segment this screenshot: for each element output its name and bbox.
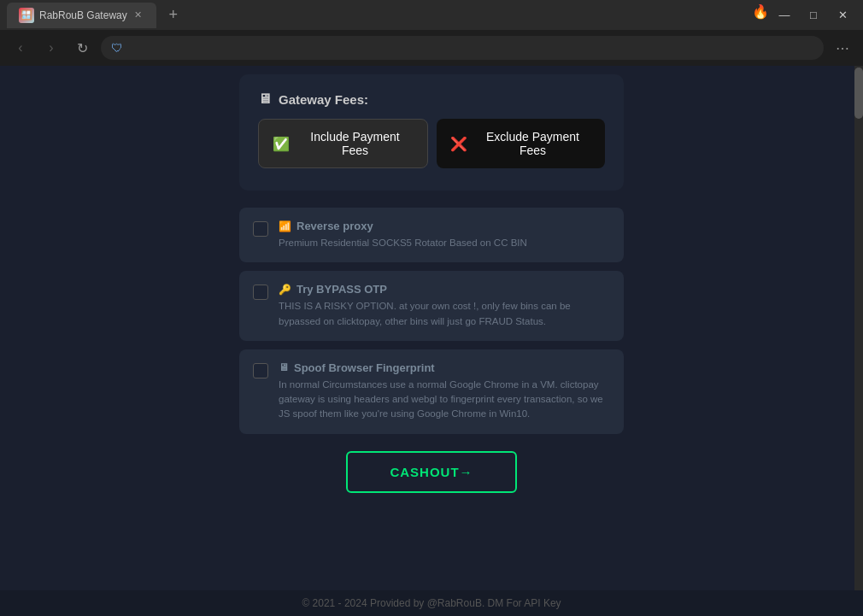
spoof-fingerprint-icon: 🖥 <box>279 361 289 373</box>
tab-close-button[interactable]: ✕ <box>132 9 144 21</box>
maximize-button[interactable]: □ <box>800 3 827 27</box>
exclude-icon: ❌ <box>450 136 467 152</box>
reverse-proxy-icon: 📶 <box>279 220 291 232</box>
close-button[interactable]: ✕ <box>829 3 856 27</box>
reverse-proxy-option: 📶 Reverse proxy Premium Residential SOCK… <box>239 208 624 262</box>
main-content: 🖥 Gateway Fees: ✅ Include Payment Fees ❌… <box>0 66 863 590</box>
cashout-button[interactable]: CASHOUT→ <box>346 451 517 493</box>
spoof-fingerprint-title: 🖥 Spoof Browser Fingerprint <box>279 361 610 374</box>
reverse-proxy-title: 📶 Reverse proxy <box>279 220 610 232</box>
tab-title: RabRouB Gateway <box>39 9 127 21</box>
reverse-proxy-checkbox[interactable] <box>253 221 268 237</box>
nav-back-button[interactable]: ‹ <box>9 36 32 60</box>
spoof-fingerprint-content: 🖥 Spoof Browser Fingerprint In normal Ci… <box>279 361 610 422</box>
nav-forward-button[interactable]: › <box>39 36 63 60</box>
browser-favicon: 🪟 <box>19 8 34 23</box>
gateway-fees-label: Gateway Fees: <box>279 92 368 107</box>
browser-titlebar: 🪟 RabRouB Gateway ✕ + 🔥 — □ ✕ <box>0 0 863 30</box>
section-title: 🖥 Gateway Fees: <box>258 91 605 107</box>
include-payment-fees-button[interactable]: ✅ Include Payment Fees <box>258 119 428 168</box>
browser-menu-button[interactable]: ⋯ <box>831 36 854 60</box>
bypass-otp-checkbox[interactable] <box>253 285 268 300</box>
bypass-otp-desc: THIS IS A RISKY OPTION. at your own cost… <box>279 299 610 329</box>
exclude-btn-label: Exclude Payment Fees <box>474 130 591 157</box>
footer: © 2021 - 2024 Provided by @RabRouB. DM F… <box>0 590 863 616</box>
address-bar[interactable]: 🛡 <box>101 36 824 60</box>
reverse-proxy-desc: Premium Residential SOCKS5 Rotator Based… <box>279 236 610 250</box>
include-btn-label: Include Payment Fees <box>296 130 414 157</box>
gateway-fees-icon: 🖥 <box>258 91 272 107</box>
window-controls: 🔥 — □ ✕ <box>752 3 856 27</box>
browser-navbar: ‹ › ↻ 🛡 ⋯ <box>0 30 863 66</box>
new-tab-button[interactable]: + <box>161 3 185 27</box>
nav-refresh-button[interactable]: ↻ <box>70 36 94 60</box>
bypass-otp-title: 🔑 Try BYPASS OTP <box>279 283 610 296</box>
minimize-button[interactable]: — <box>771 3 798 27</box>
bypass-otp-option: 🔑 Try BYPASS OTP THIS IS A RISKY OPTION.… <box>239 271 624 341</box>
spoof-fingerprint-checkbox[interactable] <box>253 363 268 378</box>
spoof-fingerprint-desc: In normal Circumstances use a normal Goo… <box>279 378 610 422</box>
browser-tab[interactable]: 🪟 RabRouB Gateway ✕ <box>7 3 156 28</box>
fire-icon: 🔥 <box>752 3 769 27</box>
bypass-otp-content: 🔑 Try BYPASS OTP THIS IS A RISKY OPTION.… <box>279 283 610 329</box>
bypass-otp-icon: 🔑 <box>279 284 291 296</box>
shield-icon: 🛡 <box>111 41 123 55</box>
options-container: 📶 Reverse proxy Premium Residential SOCK… <box>239 208 624 443</box>
scrollbar[interactable] <box>854 66 863 590</box>
fee-buttons: ✅ Include Payment Fees ❌ Exclude Payment… <box>258 119 605 168</box>
exclude-payment-fees-button[interactable]: ❌ Exclude Payment Fees <box>437 119 605 168</box>
include-icon: ✅ <box>273 136 290 152</box>
reverse-proxy-content: 📶 Reverse proxy Premium Residential SOCK… <box>279 220 610 250</box>
gateway-fees-card: 🖥 Gateway Fees: ✅ Include Payment Fees ❌… <box>239 74 624 191</box>
spoof-fingerprint-option: 🖥 Spoof Browser Fingerprint In normal Ci… <box>239 349 624 434</box>
cashout-label: CASHOUT→ <box>390 465 473 479</box>
scrollbar-thumb[interactable] <box>854 67 863 119</box>
footer-text: © 2021 - 2024 Provided by @RabRouB. DM F… <box>302 597 561 609</box>
